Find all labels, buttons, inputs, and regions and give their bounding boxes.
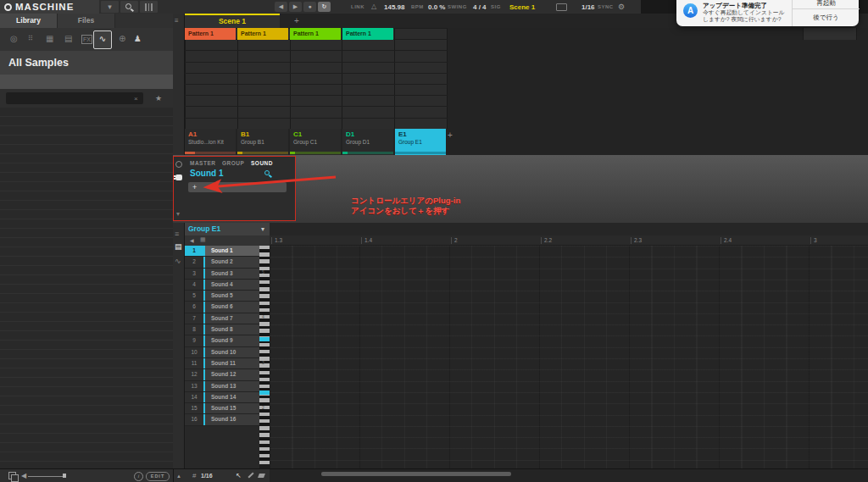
macos-update-notification[interactable]: A アップデート準備完了 今すぐ再起動してインストールしますか? 夜間に行います… bbox=[676, 0, 859, 26]
later-button[interactable]: 後で行う bbox=[793, 8, 860, 25]
tab-scene-1[interactable]: Scene 1 bbox=[185, 14, 280, 28]
pattern-list-view-icon[interactable]: ≡ bbox=[175, 230, 179, 238]
sound-row[interactable]: 2Sound 2 bbox=[185, 257, 259, 268]
plugin-icon[interactable] bbox=[175, 175, 182, 180]
tab-sound[interactable]: SOUND bbox=[251, 160, 273, 166]
samples-filter-icon[interactable]: ∿ bbox=[93, 30, 112, 49]
group-dropdown-icon[interactable]: ▾ bbox=[261, 225, 264, 233]
sound-row-selected[interactable]: 1Sound 1 bbox=[185, 246, 259, 257]
sound-row[interactable]: 9Sound 9 bbox=[185, 335, 259, 346]
sync-link-icon[interactable] bbox=[8, 472, 16, 479]
group-slot-a1[interactable]: A1 Studio...ion Kit bbox=[185, 129, 236, 155]
pencil-tool-icon[interactable] bbox=[248, 472, 253, 478]
piano-roll-view-icon[interactable]: ▤ bbox=[175, 242, 182, 251]
prehear-volume-slider[interactable] bbox=[28, 476, 66, 477]
sound-row[interactable]: 11Sound 11 bbox=[185, 358, 259, 369]
pattern-slot-a1[interactable]: Pattern 1 bbox=[185, 28, 236, 40]
add-plugin-button[interactable]: + bbox=[188, 182, 287, 192]
edit-button[interactable]: EDIT bbox=[146, 472, 170, 481]
settings-gear-icon[interactable]: ⚙ bbox=[618, 3, 625, 11]
sound-row[interactable]: 6Sound 6 bbox=[185, 302, 259, 313]
collapse-arrow-icon[interactable]: ▾ bbox=[176, 210, 180, 218]
sound-row[interactable]: 4Sound 4 bbox=[185, 280, 259, 291]
restart-transport-button[interactable]: ◀ bbox=[275, 2, 287, 12]
channel-properties-icon[interactable] bbox=[175, 161, 182, 168]
clear-search-icon[interactable]: × bbox=[134, 95, 138, 102]
browser-results-list[interactable] bbox=[0, 108, 173, 468]
group-slot-b1[interactable]: B1 Group B1 bbox=[237, 129, 288, 155]
factory-content-icon[interactable]: ⊕ bbox=[119, 34, 125, 44]
prehear-speaker-icon[interactable]: ◀ bbox=[21, 473, 26, 479]
pattern-slot-b1[interactable]: Pattern 1 bbox=[237, 28, 288, 40]
sound-name-display[interactable]: Sound 1 bbox=[190, 169, 223, 178]
sound-row[interactable]: 14Sound 14 bbox=[185, 392, 259, 403]
record-button[interactable]: ● bbox=[303, 2, 316, 12]
sampler-view-icon[interactable]: ∿ bbox=[175, 257, 181, 265]
scene-display[interactable]: Scene 1 bbox=[509, 3, 535, 11]
add-scene-button[interactable]: + bbox=[288, 14, 305, 28]
tab-library[interactable]: Library bbox=[0, 14, 57, 28]
horizontal-scrollbar[interactable] bbox=[321, 472, 511, 476]
mixer-view-button[interactable] bbox=[140, 1, 158, 13]
link-toggle[interactable]: LINK bbox=[351, 4, 364, 9]
tab-group[interactable]: GROUP bbox=[222, 160, 244, 166]
audition-speaker-icon[interactable]: ◀ bbox=[190, 237, 194, 243]
search-button[interactable] bbox=[120, 1, 138, 13]
group-slot-e1-selected[interactable]: E1 Group E1 bbox=[395, 129, 446, 155]
step-grid-icon[interactable]: # bbox=[192, 473, 196, 479]
fx-filter-icon[interactable]: FX bbox=[81, 35, 92, 44]
swing-value[interactable]: 0.0 % bbox=[428, 3, 445, 11]
search-input[interactable] bbox=[6, 92, 143, 104]
editor-group-header[interactable]: Group E1 ▾ bbox=[185, 223, 270, 235]
favorites-star-icon[interactable]: ★ bbox=[155, 94, 162, 102]
header-dropdown-button[interactable]: ▾ bbox=[101, 1, 119, 13]
cursor-tool-icon[interactable]: ↖ bbox=[236, 473, 242, 479]
sync-value[interactable]: 1/16 bbox=[581, 3, 595, 11]
arranger-side-strip: ≡ bbox=[173, 14, 185, 155]
browser-subheader-bar[interactable] bbox=[0, 75, 173, 89]
sound-row[interactable]: 15Sound 15 bbox=[185, 403, 259, 414]
browser-header[interactable]: All Samples bbox=[0, 51, 173, 75]
timeline-ruler[interactable]: 1.3 1.4 2 2.2 2.3 2.4 3 bbox=[270, 235, 868, 246]
play-button[interactable]: ▶ bbox=[289, 2, 302, 12]
pattern-slot-d1[interactable]: Pattern 1 bbox=[342, 28, 393, 40]
projects-filter-icon[interactable]: ◎ bbox=[10, 34, 18, 44]
follow-playhead-icon[interactable] bbox=[556, 3, 567, 11]
sounds-filter-icon[interactable]: ▦ bbox=[46, 34, 53, 44]
user-content-icon[interactable]: ♟ bbox=[134, 34, 142, 44]
loop-button[interactable]: ↻ bbox=[318, 2, 331, 12]
add-group-button[interactable]: + bbox=[448, 130, 453, 140]
volume-slider-handle[interactable] bbox=[63, 474, 66, 478]
note-grid[interactable] bbox=[270, 246, 868, 468]
group-slot-d1[interactable]: D1 Group D1 bbox=[342, 129, 393, 155]
bpm-value[interactable]: 145.98 bbox=[384, 3, 404, 11]
info-icon[interactable]: i bbox=[134, 472, 143, 481]
scrollbar-track[interactable] bbox=[270, 469, 868, 482]
signature-value[interactable]: 4 / 4 bbox=[473, 3, 487, 11]
metronome-icon[interactable]: △ bbox=[371, 3, 376, 10]
grid-value[interactable]: 1/16 bbox=[201, 473, 213, 479]
sound-row[interactable]: 13Sound 13 bbox=[185, 381, 259, 392]
pattern-grid[interactable] bbox=[185, 28, 448, 129]
eject-icon[interactable]: ▲ bbox=[176, 473, 181, 479]
sound-row[interactable]: 5Sound 5 bbox=[185, 291, 259, 302]
sound-row[interactable]: 16Sound 16 bbox=[185, 414, 259, 425]
pad-view-icon[interactable]: ▦ bbox=[200, 236, 206, 243]
piano-keyboard-strip[interactable] bbox=[259, 246, 270, 464]
sound-row[interactable]: 7Sound 7 bbox=[185, 313, 259, 324]
group-slot-c1[interactable]: C1 Group C1 bbox=[290, 129, 341, 155]
tab-files[interactable]: Files bbox=[58, 14, 114, 28]
tab-spacer bbox=[115, 14, 173, 28]
tab-master[interactable]: MASTER bbox=[190, 160, 215, 166]
sound-row[interactable]: 3Sound 3 bbox=[185, 269, 259, 280]
sound-row[interactable]: 8Sound 8 bbox=[185, 324, 259, 335]
groups-filter-icon[interactable]: ⠿ bbox=[28, 34, 33, 44]
plugin-search-icon[interactable] bbox=[264, 170, 270, 175]
instruments-filter-icon[interactable]: ▤ bbox=[64, 34, 72, 44]
restart-button[interactable]: 再起動 bbox=[793, 0, 860, 8]
arranger-view-icon[interactable]: ≡ bbox=[175, 17, 179, 25]
pattern-slot-c1[interactable]: Pattern 1 bbox=[290, 28, 341, 40]
sound-row[interactable]: 12Sound 12 bbox=[185, 369, 259, 380]
sound-row[interactable]: 10Sound 10 bbox=[185, 347, 259, 358]
eraser-tool-icon[interactable] bbox=[258, 474, 265, 478]
